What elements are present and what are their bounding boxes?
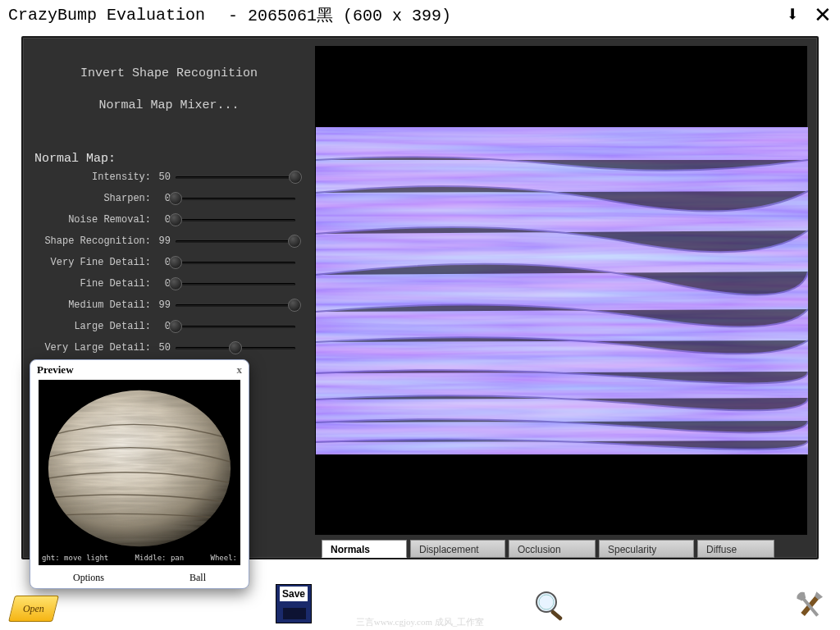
save-button-label: Save (280, 587, 308, 601)
slider-label: Noise Removal: (34, 214, 151, 226)
slider-value: 0 (151, 214, 171, 226)
slider-value: 50 (151, 342, 171, 354)
slider-row: Medium Detail:99 (34, 295, 304, 315)
slider-row: Shape Recognition:99 (34, 231, 304, 251)
slider-label: Very Large Detail: (34, 342, 151, 354)
normal-map-mixer-button[interactable]: Normal Map Mixer... (34, 98, 304, 112)
slider[interactable] (176, 171, 295, 184)
map-type-tabs: NormalsDisplacementOcclusionSpecularityD… (322, 540, 774, 558)
tab-diffuse[interactable]: Diffuse (697, 540, 774, 558)
preview-title: Preview (37, 363, 74, 377)
slider-label: Medium Detail: (34, 299, 151, 311)
preview-hints: ght: move light Middle: pan Wheel: (39, 554, 240, 565)
normal-map-section-title: Normal Map: (34, 152, 304, 166)
slider[interactable] (176, 299, 295, 312)
slider-label: Sharpen: (34, 193, 151, 204)
slider[interactable] (176, 341, 295, 354)
slider-value: 50 (151, 171, 171, 183)
titlebar: CrazyBump Evaluation - 2065061黑 (600 x 3… (0, 0, 840, 30)
invert-shape-recognition-button[interactable]: Invert Shape Recognition (34, 66, 304, 80)
save-button[interactable]: Save (276, 584, 312, 623)
download-icon[interactable]: ⬇ (786, 2, 799, 28)
tab-occlusion[interactable]: Occlusion (509, 540, 596, 558)
preview-ball-button[interactable]: Ball (189, 572, 206, 584)
file-title: - 2065061黑 (600 x 399) (228, 4, 451, 26)
tab-specularity[interactable]: Specularity (599, 540, 694, 558)
slider-label: Very Fine Detail: (34, 257, 151, 268)
slider-row: Very Fine Detail:0 (34, 253, 304, 272)
open-button[interactable]: Open (8, 596, 59, 622)
slider-label: Shape Recognition: (34, 235, 151, 247)
slider-row: Large Detail:0 (34, 317, 304, 336)
slider-label: Intensity: (34, 171, 151, 183)
normal-map-image (316, 127, 808, 454)
slider-value: 0 (151, 278, 171, 290)
tab-displacement[interactable]: Displacement (410, 540, 505, 558)
slider-row: Intensity:50 (34, 167, 304, 187)
slider-value: 0 (151, 193, 171, 204)
slider-value: 99 (151, 235, 171, 247)
normal-map-viewport[interactable] (315, 46, 807, 535)
tools-icon[interactable] (791, 587, 829, 625)
preview-3d-viewport[interactable]: ght: move light Middle: pan Wheel: (39, 380, 240, 565)
slider-value: 0 (151, 321, 171, 332)
slider-row: Sharpen:0 (34, 189, 304, 208)
preview-close-icon[interactable]: x (237, 363, 243, 377)
svg-point-7 (536, 592, 556, 612)
controls-panel: Invert Shape Recognition Normal Map Mixe… (34, 46, 304, 358)
app-title: CrazyBump Evaluation (8, 6, 205, 25)
slider-row: Very Large Detail:50 (34, 338, 304, 358)
slider-row: Fine Detail:0 (34, 274, 304, 294)
slider-value: 99 (151, 299, 171, 311)
slider-value: 0 (151, 257, 171, 268)
magnifier-icon[interactable] (532, 587, 568, 623)
slider[interactable] (176, 235, 295, 248)
preview-window[interactable]: Preview x (30, 359, 249, 589)
slider[interactable] (176, 320, 295, 333)
svg-rect-9 (550, 609, 563, 621)
slider-label: Large Detail: (34, 321, 151, 332)
slider-label: Fine Detail: (34, 278, 151, 290)
watermark: 三言www.cgjoy.com 成风_工作室 (0, 616, 840, 628)
slider[interactable] (176, 277, 295, 290)
slider-row: Noise Removal:0 (34, 210, 304, 230)
close-icon[interactable]: ✕ (814, 2, 832, 28)
slider[interactable] (176, 256, 295, 269)
slider[interactable] (176, 192, 295, 205)
slider[interactable] (176, 213, 295, 226)
preview-options-button[interactable]: Options (73, 572, 104, 584)
tab-normals[interactable]: Normals (322, 540, 407, 558)
